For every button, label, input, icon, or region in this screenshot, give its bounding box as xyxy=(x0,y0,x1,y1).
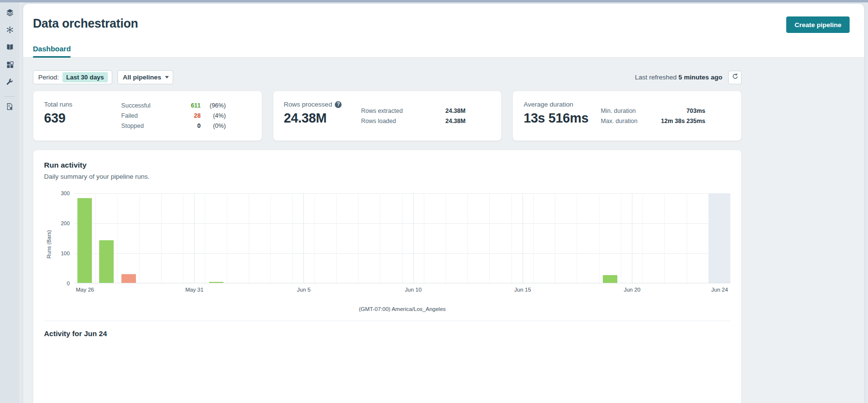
chart-column xyxy=(249,193,271,283)
active-tab-underline xyxy=(33,56,71,58)
x-tick-label: Jun 24 xyxy=(711,287,728,293)
chart-column xyxy=(665,193,687,283)
stats-cards-row: Total runs 639 Successful 611 (96%) Fail… xyxy=(33,91,742,141)
window-top-edge xyxy=(0,0,868,2)
rows-extracted-label: Rows extracted xyxy=(361,108,419,114)
v-gridline xyxy=(194,193,195,283)
chart-column xyxy=(424,193,446,283)
chart-bar-failed[interactable] xyxy=(121,274,136,283)
pipeline-filter-dropdown[interactable]: All pipelines xyxy=(118,70,174,84)
chart-column xyxy=(446,193,468,283)
v-gridline xyxy=(303,193,304,283)
chart-column xyxy=(118,193,139,283)
sidebar-item-catalog[interactable] xyxy=(3,41,16,55)
chart-column xyxy=(534,193,555,283)
tab-bar: Dashboard xyxy=(23,45,864,58)
chart-column xyxy=(205,193,227,283)
chart-bar-success[interactable] xyxy=(99,240,114,283)
x-tick-label: Jun 10 xyxy=(405,287,422,293)
average-duration-value: 13s 516ms xyxy=(524,111,588,126)
chart-column xyxy=(577,193,599,283)
refresh-button[interactable] xyxy=(728,71,742,84)
help-icon[interactable]: ? xyxy=(335,101,342,108)
sidebar-item-dashboards[interactable] xyxy=(3,59,16,72)
rows-processed-value: 24.38M xyxy=(284,111,342,126)
chart-column xyxy=(643,193,665,283)
chart-column xyxy=(183,193,205,283)
max-duration-value: 12m 38s 235ms xyxy=(659,118,705,124)
chart-column xyxy=(599,193,621,283)
period-value-chip: Last 30 days xyxy=(62,72,108,82)
sidebar-item-transformations[interactable] xyxy=(3,24,16,37)
wrench-icon xyxy=(6,78,14,88)
rows-processed-card: Rows processed ? 24.38M Rows extracted 2… xyxy=(273,91,502,141)
last-refreshed-value: 5 minutes ago xyxy=(678,74,722,81)
rows-loaded-row: Rows loaded 24.38M xyxy=(361,118,465,124)
main-panel: Data orchestration Create pipeline Dashb… xyxy=(23,4,864,403)
rows-extracted-value: 24.38M xyxy=(419,108,465,114)
max-duration-label: Max. duration xyxy=(601,118,659,124)
filters-toolbar: Period: Last 30 days All pipelines Last … xyxy=(33,70,742,84)
successful-count: 611 xyxy=(179,102,201,109)
average-duration-label: Average duration xyxy=(524,101,588,108)
average-duration-card: Average duration 13s 516ms Min. duration… xyxy=(512,91,742,141)
min-duration-label: Min. duration xyxy=(601,108,659,114)
x-tick-label: Jun 5 xyxy=(297,287,311,293)
snowflake-icon xyxy=(6,26,14,36)
successful-label: Successful xyxy=(121,102,179,109)
chart-column xyxy=(315,193,337,283)
dashboard-content: Period: Last 30 days All pipelines Last … xyxy=(23,58,864,403)
chart-column xyxy=(359,193,380,283)
chart-column xyxy=(74,193,96,283)
chart-bar-success[interactable] xyxy=(603,275,617,283)
chart-x-axis: May 26May 31Jun 5Jun 10Jun 15Jun 20Jun 2… xyxy=(74,287,731,295)
failed-count: 28 xyxy=(179,112,201,119)
stopped-pct: (0%) xyxy=(201,123,226,129)
total-runs-label: Total runs xyxy=(44,101,73,108)
y-tick-label: 100 xyxy=(61,250,70,256)
v-gridline xyxy=(413,193,414,283)
sidebar-item-pipelines[interactable] xyxy=(3,6,16,20)
failed-row: Failed 28 (4%) xyxy=(121,112,226,119)
x-tick-label: Jun 15 xyxy=(514,287,531,293)
chart-bar-success[interactable] xyxy=(77,198,92,283)
run-activity-subtitle: Daily summary of your pipeline runs. xyxy=(44,173,731,180)
chart-column xyxy=(337,193,359,283)
document-gear-icon xyxy=(6,103,14,112)
chart-column xyxy=(293,193,314,283)
failed-label: Failed xyxy=(121,112,179,119)
y-axis-label: Runs (Bars) xyxy=(44,193,54,295)
failed-pct: (4%) xyxy=(201,112,226,119)
chart-bar-success[interactable] xyxy=(209,282,223,283)
stopped-label: Stopped xyxy=(121,123,179,129)
successful-pct: (96%) xyxy=(201,102,226,109)
x-tick-label: May 31 xyxy=(185,287,204,293)
period-filter[interactable]: Period: Last 30 days xyxy=(33,70,112,84)
section-divider xyxy=(44,321,731,321)
book-icon xyxy=(6,43,14,53)
chevron-down-icon xyxy=(165,76,169,78)
sidebar-divider xyxy=(4,96,15,97)
run-activity-chart: Runs (Bars) 0100200300 May 26May 31Jun 5… xyxy=(44,193,731,295)
sidebar-item-logs[interactable] xyxy=(3,101,16,114)
total-runs-card: Total runs 639 Successful 611 (96%) Fail… xyxy=(33,91,262,141)
activity-for-day-heading: Activity for Jun 24 xyxy=(44,329,731,338)
chart-plot xyxy=(74,193,731,283)
layers-icon xyxy=(6,8,14,18)
last-refreshed-text: Last refreshed 5 minutes ago xyxy=(635,74,722,81)
x-tick-label: May 26 xyxy=(76,287,94,293)
rows-processed-label-text: Rows processed xyxy=(284,101,332,108)
chart-column xyxy=(555,193,577,283)
v-gridline xyxy=(523,193,523,283)
stopped-row: Stopped 0 (0%) xyxy=(121,123,226,129)
chart-plot-wrap: May 26May 31Jun 5Jun 10Jun 15Jun 20Jun 2… xyxy=(74,193,731,295)
stopped-count: 0 xyxy=(179,123,201,129)
create-pipeline-button[interactable]: Create pipeline xyxy=(786,16,850,33)
y-tick-label: 200 xyxy=(61,220,70,226)
page-header: Data orchestration Create pipeline xyxy=(23,4,864,33)
chart-column xyxy=(271,193,293,283)
rows-extracted-row: Rows extracted 24.38M xyxy=(361,108,465,114)
sidebar-item-settings-tools[interactable] xyxy=(3,76,16,90)
tab-dashboard[interactable]: Dashboard xyxy=(33,45,71,57)
app-sidebar xyxy=(0,2,19,403)
